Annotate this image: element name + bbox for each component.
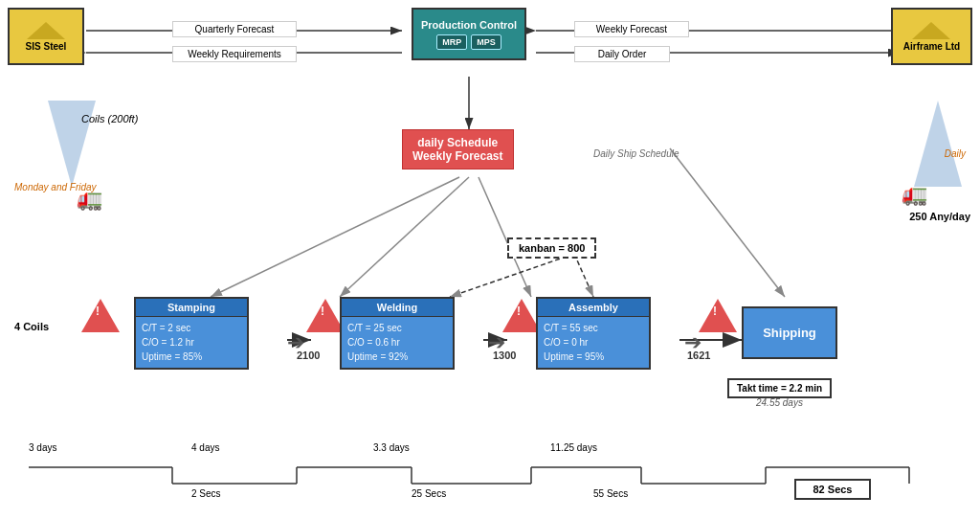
svg-line-13 xyxy=(574,254,593,297)
value-stream-map: SIS Steel Airframe Ltd Production Contro… xyxy=(0,0,980,519)
timeline-days-4: 11.25 days xyxy=(550,442,597,453)
welding-box: Welding C/T = 25 sec C/O = 0.6 hr Uptime… xyxy=(340,297,455,370)
daily-ship-label: Daily Ship Schedule xyxy=(593,148,679,159)
coils-count-label: 4 Coils xyxy=(14,321,49,332)
production-control-box: Production Control MRP MPS xyxy=(412,8,526,60)
kanban-box: kanban = 800 xyxy=(507,237,596,259)
timeline-days-1: 3 days xyxy=(29,442,56,453)
stamping-box: Stamping C/T = 2 sec C/O = 1.2 hr Uptime… xyxy=(134,297,249,370)
daily-order-label: Daily Order xyxy=(574,46,670,62)
inv-triangle-4 xyxy=(699,299,737,332)
inv-triangle-3 xyxy=(502,299,541,332)
weekly-requirements-label: Weekly Requirements xyxy=(172,46,297,62)
svg-line-8 xyxy=(670,148,785,297)
inv-count-2: 1300 xyxy=(493,350,516,361)
assembly-box: Assembly C/T = 55 sec C/O = 0 hr Uptime … xyxy=(536,297,651,370)
takt-time-box: Takt time = 2.2 min xyxy=(727,378,832,398)
airframe-box: Airframe Ltd xyxy=(891,8,972,65)
inv-triangle-1 xyxy=(81,299,120,332)
timeline-secs-2: 25 Secs xyxy=(412,488,446,499)
truck-left-icon: 🚛 xyxy=(77,187,102,212)
timeline-secs-1: 2 Secs xyxy=(191,488,221,499)
coils-label: Coils (200ft) xyxy=(81,113,138,124)
timeline-days-2: 4 days xyxy=(191,442,219,453)
delivery-schedule-right: Daily xyxy=(945,148,966,159)
quarterly-forecast-label: Quarterly Forecast xyxy=(172,21,297,37)
total-days-label: 24.55 days xyxy=(756,397,803,408)
daily-schedule-box: daily Schedule Weekly Forecast xyxy=(402,129,514,169)
svg-line-6 xyxy=(340,177,469,297)
timeline-secs-3: 55 Secs xyxy=(593,488,628,499)
inv-count-3: 1621 xyxy=(687,350,710,361)
right-delivery-arrow xyxy=(914,101,962,187)
truck-right-icon: 🚛 xyxy=(902,182,927,207)
svg-line-5 xyxy=(211,177,459,297)
weekly-forecast-label: Weekly Forecast xyxy=(574,21,689,37)
sis-steel-box: SIS Steel xyxy=(8,8,84,65)
svg-line-12 xyxy=(450,254,574,297)
timeline-days-3: 3.3 days xyxy=(373,442,410,453)
delivery-amount: 250 Any/day xyxy=(909,211,970,222)
inv-count-1: 2100 xyxy=(297,350,320,361)
total-secs-box: 82 Secs xyxy=(794,479,871,500)
inv-triangle-2 xyxy=(306,299,345,332)
shipping-box: Shipping xyxy=(742,306,837,359)
diagram-arrows xyxy=(0,0,980,519)
